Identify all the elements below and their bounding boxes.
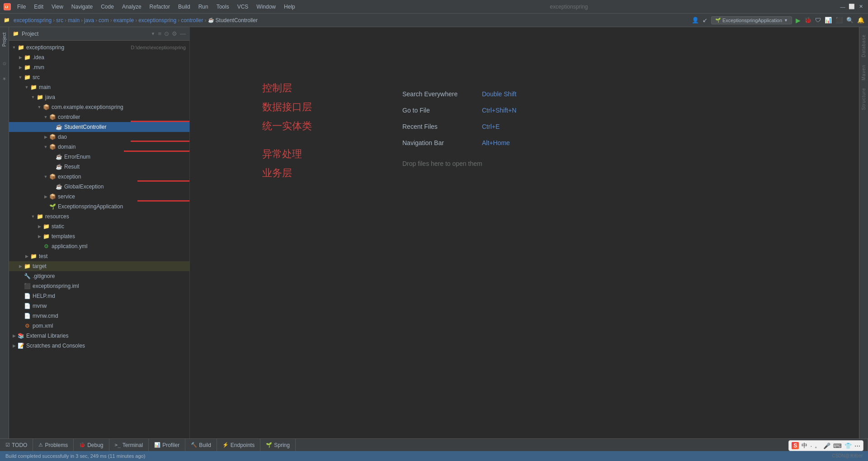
tree-item-application-yml[interactable]: ⚙ application.yml xyxy=(9,241,189,251)
collapse-all-icon[interactable]: ≡ xyxy=(158,30,161,37)
tab-build[interactable]: 🔨 Build xyxy=(185,439,217,451)
tab-spring[interactable]: 🌱 Spring xyxy=(260,439,296,451)
tree-item-help[interactable]: 📄 HELP.md xyxy=(9,291,189,301)
shortcut-recent-files: Recent Files Ctrl+E xyxy=(402,123,516,130)
tree-item-target[interactable]: ▶ 📁 target xyxy=(9,261,189,271)
stop-button[interactable]: ⬛ xyxy=(835,17,843,24)
tree-item-templates[interactable]: ▶ 📁 templates xyxy=(9,231,189,241)
run-button[interactable]: ▶ xyxy=(796,17,801,24)
maven-panel-toggle[interactable]: Maven xyxy=(860,61,867,84)
menu-edit[interactable]: Edit xyxy=(30,3,47,11)
maximize-button[interactable]: ⬜ xyxy=(848,3,855,10)
tree-item-dao[interactable]: ▶ 📦 dao xyxy=(9,132,189,142)
project-panel-header: 📁 Project ▼ ≡ ⊙ ⚙ — xyxy=(9,27,189,41)
scroll-to-icon[interactable]: ⊙ xyxy=(164,30,169,37)
tab-terminal[interactable]: >_ Terminal xyxy=(109,439,149,451)
tab-todo[interactable]: ☑ TODO xyxy=(0,439,33,451)
tree-item-java[interactable]: ▼ 📁 java xyxy=(9,92,189,102)
search-icon[interactable]: 🔍 xyxy=(846,17,854,24)
tab-endpoints[interactable]: ⚡ Endpoints xyxy=(217,439,260,451)
breadcrumb-src[interactable]: src xyxy=(56,17,63,24)
tree-item-errorenum[interactable]: ☕ ErrorEnum xyxy=(9,152,189,162)
folder-icon: 📁 xyxy=(30,253,37,260)
favorites-toggle[interactable]: ★ xyxy=(1,75,8,83)
ime-mic[interactable]: 🎤 xyxy=(823,442,830,449)
menu-code[interactable]: Code xyxy=(97,3,118,11)
label-service: 业务层 xyxy=(262,166,312,180)
gear-icon[interactable]: ⚙ xyxy=(172,30,177,37)
tree-item-test[interactable]: ▶ 📁 test xyxy=(9,251,189,261)
tree-item-pom[interactable]: ⚙ pom.xml xyxy=(9,321,189,331)
tree-item-studentcontroller[interactable]: ☕ StudentController xyxy=(9,122,189,132)
build-icon: 🔨 xyxy=(191,442,197,448)
tree-item-package-root[interactable]: ▼ 📦 com.example.exceptionspring xyxy=(9,102,189,112)
close-button[interactable]: ✕ xyxy=(857,3,864,10)
tree-item-controller[interactable]: ▼ 📦 controller xyxy=(9,112,189,122)
java-class-icon: ☕ xyxy=(55,183,62,190)
tree-item-mvnw[interactable]: 📄 mvnw xyxy=(9,301,189,311)
menu-window[interactable]: Window xyxy=(253,3,279,11)
ime-keyboard[interactable]: ⌨ xyxy=(833,442,842,449)
tab-problems[interactable]: ⚠ Problems xyxy=(33,439,74,451)
tree-item-gitignore[interactable]: 🔧 .gitignore xyxy=(9,271,189,281)
close-panel-icon[interactable]: — xyxy=(180,30,186,37)
breadcrumb-exceptionspring[interactable]: exceptionspring xyxy=(138,17,176,24)
tree-item-globalexception[interactable]: ☕ GlobalException xyxy=(9,182,189,192)
breadcrumb-java[interactable]: java xyxy=(84,17,94,24)
status-bar: Build completed successfully in 3 sec, 2… xyxy=(0,451,868,461)
tree-item-external-libs[interactable]: ▶ 📚 External Libraries xyxy=(9,331,189,341)
breadcrumb-main[interactable]: main xyxy=(68,17,80,24)
tree-item-service[interactable]: ▶ 📦 service xyxy=(9,192,189,202)
tree-item-main[interactable]: ▼ 📁 main xyxy=(9,82,189,92)
tree-item-static[interactable]: ▶ 📁 static xyxy=(9,221,189,231)
coverage-button[interactable]: 🛡 xyxy=(815,17,821,24)
tree-item-iml[interactable]: ⬛ exceptionspring.iml xyxy=(9,281,189,291)
folder-icon: 📁 xyxy=(42,233,50,240)
ime-punct[interactable]: 。 xyxy=(815,442,821,450)
menu-help[interactable]: Help xyxy=(280,3,299,11)
breadcrumb-controller[interactable]: controller xyxy=(181,17,203,24)
ime-lang[interactable]: 中 xyxy=(802,442,807,450)
menu-refactor[interactable]: Refactor xyxy=(146,3,174,11)
profile-button[interactable]: 📊 xyxy=(825,17,832,24)
git-icon[interactable]: ↙ xyxy=(703,17,708,24)
menu-vcs[interactable]: VCS xyxy=(234,3,252,11)
ime-shirt[interactable]: 👕 xyxy=(844,442,852,449)
project-panel-toggle[interactable]: Project xyxy=(1,31,8,48)
structure-panel-toggle[interactable]: Structure xyxy=(860,84,867,114)
tree-item-mvnw-cmd[interactable]: 📄 mvnw.cmd xyxy=(9,311,189,321)
tab-profiler[interactable]: 📊 Profiler xyxy=(149,439,185,451)
tab-debug[interactable]: 🐞 Debug xyxy=(74,439,109,451)
notifications-icon[interactable]: 🔔 xyxy=(857,17,864,24)
tree-item-mvn[interactable]: ▶ 📁 .mvn xyxy=(9,62,189,72)
folder-icon: 📁 xyxy=(24,64,31,71)
commit-icon[interactable]: ⊙ xyxy=(1,60,8,67)
tree-item-exception[interactable]: ▼ 📦 exception xyxy=(9,172,189,182)
tree-item-idea[interactable]: ▶ 📁 .idea xyxy=(9,52,189,62)
debug-button[interactable]: 🐞 xyxy=(804,17,811,24)
ime-more[interactable]: ⋯ xyxy=(854,442,860,449)
tree-item-result[interactable]: ☕ Result xyxy=(9,162,189,172)
menu-view[interactable]: View xyxy=(48,3,67,11)
tree-item-resources[interactable]: ▼ 📁 resources xyxy=(9,212,189,221)
shortcut-goto-file: Go to File Ctrl+Shift+N xyxy=(402,107,516,114)
run-config-selector[interactable]: 🌱 ExceptionspringApplication ▼ xyxy=(711,16,792,24)
module-icon: ⬛ xyxy=(24,282,31,290)
tree-item-root[interactable]: ▼ 📁 exceptionspring D:\demo\exceptionspr… xyxy=(9,42,189,52)
menu-file[interactable]: File xyxy=(14,3,29,11)
menu-tools[interactable]: Tools xyxy=(213,3,233,11)
breadcrumb-com[interactable]: com xyxy=(99,17,109,24)
minimize-button[interactable]: — xyxy=(839,3,846,10)
breadcrumb-root[interactable]: exceptionspring xyxy=(14,17,52,24)
tree-item-scratches[interactable]: ▶ 📝 Scratches and Consoles xyxy=(9,341,189,351)
menu-run[interactable]: Run xyxy=(195,3,212,11)
breadcrumb-example[interactable]: example xyxy=(113,17,134,24)
menu-navigate[interactable]: Navigate xyxy=(68,3,96,11)
database-panel-toggle[interactable]: Database xyxy=(860,31,867,61)
tree-item-domain[interactable]: ▼ 📦 domain xyxy=(9,142,189,152)
tree-item-src[interactable]: ▼ 📁 src xyxy=(9,72,189,82)
menu-build[interactable]: Build xyxy=(175,3,194,11)
search-everywhere-icon[interactable]: 👤 xyxy=(692,17,699,24)
menu-analyze[interactable]: Analyze xyxy=(118,3,145,11)
tree-item-application[interactable]: 🌱 ExceptionspringApplication xyxy=(9,202,189,212)
